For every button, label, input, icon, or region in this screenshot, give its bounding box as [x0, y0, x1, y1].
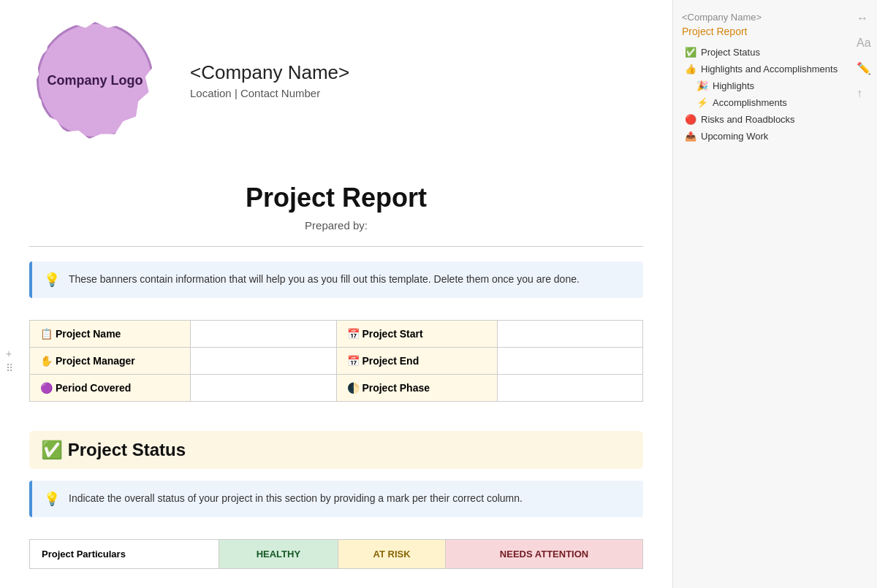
logo-container: Company Logo	[29, 15, 161, 146]
drag-handle-icon[interactable]: ⠿	[6, 362, 13, 374]
col-at-risk: AT RISK	[338, 540, 446, 569]
nav-icon-highlights-accomplishments: 👍	[685, 64, 696, 75]
nav-label-project-status: Project Status	[701, 47, 760, 58]
edit-icon[interactable]: ✏️	[857, 61, 871, 75]
project-status-section: ✅ Project Status 💡 Indicate the overall …	[29, 431, 643, 569]
col-particulars: Project Particulars	[30, 540, 219, 569]
row-label-left: 🟣 Period Covered	[30, 375, 191, 402]
table-row: 🟣 Period Covered 🌓 Project Phase	[30, 375, 643, 402]
banner-text: These banners contain information that w…	[69, 272, 580, 287]
company-info: <Company Name> Location | Contact Number	[190, 61, 349, 99]
banner-icon: 💡	[44, 272, 60, 288]
col-needs-attention: NEEDS ATTENTION	[446, 540, 643, 569]
sidebar-item-highlights-accomplishments[interactable]: 👍Highlights and Accomplishments	[682, 61, 846, 77]
project-status-heading: ✅ Project Status	[41, 440, 631, 460]
report-title-section: Project Report Prepared by:	[29, 161, 643, 239]
table-row: 📋 Project Name 📅 Project Start	[30, 321, 643, 348]
nav-icon-risks-roadblocks: 🔴	[685, 114, 696, 125]
row-value-right[interactable]	[497, 321, 643, 348]
sidebar-item-upcoming-work[interactable]: 📤Upcoming Work	[682, 129, 846, 144]
project-info-table: 📋 Project Name 📅 Project Start ✋ Project…	[29, 320, 643, 402]
row-value-left[interactable]	[191, 375, 337, 402]
row-value-right[interactable]	[497, 375, 643, 402]
table-row: ✋ Project Manager 📅 Project End	[30, 348, 643, 375]
info-banner: 💡 These banners contain information that…	[29, 261, 643, 298]
sidebar-item-accomplishments[interactable]: ⚡Accomplishments	[682, 95, 846, 110]
sidebar: <Company Name> Project Report ✅Project S…	[672, 0, 877, 588]
row-label-right: 📅 Project End	[336, 348, 497, 375]
nav-icon-upcoming-work: 📤	[685, 131, 696, 142]
nav-icon-highlights: 🎉	[696, 80, 708, 91]
row-label-right: 📅 Project Start	[336, 321, 497, 348]
nav-icon-accomplishments: ⚡	[696, 97, 708, 108]
expand-icon[interactable]: ↔	[857, 12, 871, 25]
col-healthy: HEALTHY	[219, 540, 338, 569]
sidebar-nav: ✅Project Status👍Highlights and Accomplis…	[682, 45, 846, 144]
company-logo: Company Logo	[37, 22, 153, 139]
sidebar-item-highlights[interactable]: 🎉Highlights	[682, 78, 846, 93]
row-value-left[interactable]	[191, 321, 337, 348]
row-label-right: 🌓 Project Phase	[336, 375, 497, 402]
section-divider	[29, 246, 643, 247]
project-status-heading-bar: ✅ Project Status	[29, 431, 643, 469]
company-details: Location | Contact Number	[190, 87, 349, 99]
nav-icon-project-status: ✅	[685, 47, 696, 58]
sidebar-item-project-status[interactable]: ✅Project Status	[682, 45, 846, 60]
status-banner-text: Indicate the overall status of your proj…	[69, 491, 523, 506]
sidebar-report-title[interactable]: Project Report	[682, 26, 846, 37]
company-name: <Company Name>	[190, 61, 349, 84]
sidebar-icon-group: ↔ Aa ✏️ ↑	[857, 12, 871, 100]
share-icon[interactable]: ↑	[857, 87, 871, 100]
project-info-table-section: + ⠿ 📋 Project Name 📅 Project Start ✋ Pro…	[29, 320, 643, 402]
nav-label-risks-roadblocks: Risks and Roadblocks	[701, 114, 795, 125]
report-title: Project Report	[29, 183, 643, 213]
status-banner-icon: 💡	[44, 491, 60, 507]
sidebar-company-name: <Company Name>	[682, 12, 846, 23]
nav-label-accomplishments: Accomplishments	[713, 97, 787, 108]
row-value-right[interactable]	[497, 348, 643, 375]
add-row-icon[interactable]: +	[6, 348, 13, 359]
nav-label-highlights-accomplishments: Highlights and Accomplishments	[701, 64, 838, 75]
status-table: Project Particulars HEALTHY AT RISK NEED…	[29, 539, 643, 569]
row-value-left[interactable]	[191, 348, 337, 375]
nav-label-upcoming-work: Upcoming Work	[701, 131, 768, 142]
page-header: Company Logo <Company Name> Location | C…	[29, 0, 643, 161]
font-size-icon[interactable]: Aa	[857, 37, 871, 50]
sidebar-item-risks-roadblocks[interactable]: 🔴Risks and Roadblocks	[682, 112, 846, 127]
prepared-by: Prepared by:	[29, 219, 643, 232]
nav-label-highlights: Highlights	[713, 80, 754, 91]
status-banner: 💡 Indicate the overall status of your pr…	[29, 481, 643, 517]
row-label-left: ✋ Project Manager	[30, 348, 191, 375]
row-label-left: 📋 Project Name	[30, 321, 191, 348]
